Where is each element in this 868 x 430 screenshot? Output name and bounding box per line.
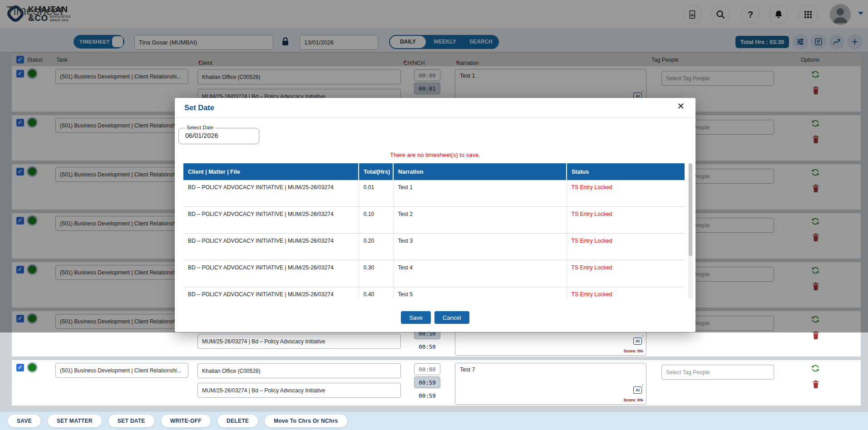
cell-hours: 0.40 [359,287,393,299]
cell-file: BD – POLICY ADVOCACY INITIATIVE | MUM/25… [183,260,359,287]
write-off-button[interactable]: WRITE-OFF [161,414,211,428]
mcol-client-matter-file: Client | Matter | File [183,163,359,180]
row-checkbox[interactable] [16,364,24,371]
move-to-chrs-button[interactable]: Move To Chrs Or NChrs [264,414,347,428]
ai-score-icon[interactable]: AI [633,386,642,394]
ai-score-icon[interactable]: AI [633,337,642,345]
task-input[interactable] [55,363,188,378]
cell-narration: Test 2 [393,207,567,234]
scrollbar-thumb[interactable] [689,163,692,256]
select-date-label: Select Date [185,125,215,130]
modal-table: Client | Matter | File Total(Hrs) Narrat… [183,163,685,298]
set-date-button[interactable]: SET DATE [108,414,155,428]
delete-icon[interactable] [812,380,819,390]
cell-status: TS Entry Locked [567,260,685,287]
refresh-icon[interactable] [811,364,820,375]
mcol-status: Status [567,163,685,180]
timesheet-app: KHAITAN &CO ADVOCATES SINCE 1911 [0,0,868,430]
charge-time-field[interactable]: 00:00 [414,363,440,375]
total-time-label: 00:50 [414,341,440,353]
cell-status: TS Entry Locked [567,207,685,234]
modal-table-body: BD – POLICY ADVOCACY INITIATIVE | MUM/25… [183,180,685,298]
total-time-label: 00:59 [414,390,440,402]
delete-button[interactable]: DELETE [217,414,258,428]
narration-text: Test 7 [460,366,475,373]
cell-hours: 0.30 [359,260,393,287]
ai-score-label: Score: 0% [623,349,643,353]
modal-table-row: BD – POLICY ADVOCACY INITIATIVE | MUM/25… [183,260,685,287]
matter-input[interactable] [197,383,401,398]
status-dot [28,363,36,371]
delete-icon[interactable] [812,331,819,341]
cell-file: BD – POLICY ADVOCACY INITIATIVE | MUM/25… [183,180,359,207]
save-all-button[interactable]: SAVE [7,414,41,428]
modal-table-row: BD – POLICY ADVOCACY INITIATIVE | MUM/25… [183,180,685,207]
cell-narration: Test 5 [393,287,567,299]
cancel-button[interactable]: Cancel [434,311,469,324]
cell-hours: 0.01 [359,180,393,207]
cell-hours: 0.20 [359,234,393,260]
cell-file: BD – POLICY ADVOCACY INITIATIVE | MUM/25… [183,234,359,260]
select-date-value: 06/01/2026 [185,132,218,139]
modal-scrollbar[interactable] [688,163,693,298]
cell-status: TS Entry Locked [567,234,685,260]
dialog-title: Set Date [184,103,214,112]
client-input[interactable] [197,363,401,378]
tag-people-input[interactable] [661,365,774,380]
mcol-narration: Narration [393,163,567,180]
cell-narration: Test 1 [393,180,567,207]
no-timesheet-warning: There are no timesheet(s) to save. [175,151,695,158]
cell-status: TS Entry Locked [567,180,685,207]
ai-score-label: Score: 0% [623,398,643,402]
mcol-total-hrs: Total(Hrs) [359,163,393,180]
modal-table-row: BD – POLICY ADVOCACY INITIATIVE | MUM/25… [183,207,685,234]
modal-table-row: BD – POLICY ADVOCACY INITIATIVE | MUM/25… [183,234,685,260]
close-icon[interactable]: ✕ [677,102,685,111]
select-date-field[interactable]: Select Date 06/01/2026 [178,128,259,144]
cell-file: BD – POLICY ADVOCACY INITIATIVE | MUM/25… [183,287,359,299]
timesheet-row: 00:00 00:59 00:59 Test 7 AI Score: 0% [12,360,861,406]
save-button[interactable]: Save [401,311,431,324]
set-matter-button[interactable]: SET MATTER [47,414,102,428]
cell-narration: Test 3 [393,234,567,260]
non-charge-time-field[interactable]: 00:59 [414,376,440,388]
matter-input[interactable] [197,334,401,349]
cell-file: BD – POLICY ADVOCACY INITIATIVE | MUM/25… [183,207,359,234]
set-date-dialog: Set Date ✕ Select Date 06/01/2026 There … [175,98,695,332]
cell-narration: Test 4 [393,260,567,287]
footer-actions: SAVE SET MATTER SET DATE WRITE-OFF DELET… [0,412,868,430]
cell-status: TS Entry Locked [567,287,685,299]
modal-table-row: BD – POLICY ADVOCACY INITIATIVE | MUM/25… [183,287,685,299]
narration-box[interactable]: Test 7 AI Score: 0% [455,363,646,405]
cell-hours: 0.10 [359,207,393,234]
dialog-divider [175,117,695,117]
